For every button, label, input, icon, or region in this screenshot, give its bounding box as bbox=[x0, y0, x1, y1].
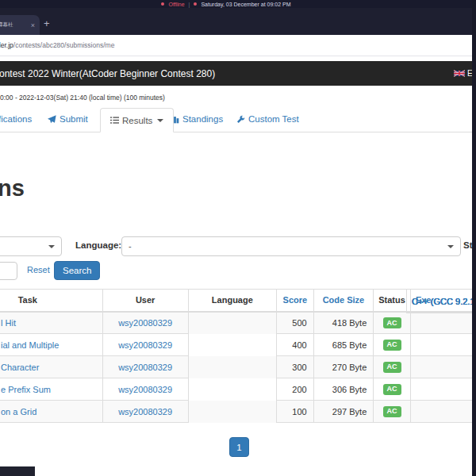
code-size-cell: 418 Byte bbox=[313, 312, 374, 334]
status-cell: AC bbox=[374, 378, 411, 401]
submissions-table: Task User Language Score Code Size Statu… bbox=[0, 289, 476, 423]
task-link[interactable]: Character bbox=[0, 356, 102, 378]
url-bar[interactable]: der.jp/contests/abc280/submissions/me bbox=[0, 35, 476, 56]
offline-dot-icon bbox=[161, 2, 164, 6]
statusbar-datetime: Saturday, 03 December at 09:02 PM bbox=[201, 2, 290, 7]
code-size-cell: 270 Byte bbox=[313, 356, 374, 378]
task-link[interactable]: l Hit bbox=[0, 312, 102, 334]
task-link[interactable]: on a Grid bbox=[0, 401, 102, 423]
browser-tab-bar: 御幣弹幕社 × + bbox=[0, 8, 476, 35]
desktop-edge-strip bbox=[472, 0, 476, 476]
site-header: ontest 2022 Winter(AtCoder Beginner Cont… bbox=[0, 61, 476, 86]
header-score-sort[interactable]: Score bbox=[277, 290, 314, 312]
user-link[interactable]: wsy20080329 bbox=[102, 356, 188, 378]
exec-time-cell bbox=[410, 401, 475, 423]
score-cell: 100 bbox=[277, 401, 314, 423]
list-icon bbox=[110, 116, 119, 125]
pagination-page-1[interactable]: 1 bbox=[229, 437, 249, 457]
header-status: Status bbox=[374, 290, 411, 312]
url-domain: der.jp bbox=[0, 41, 13, 49]
language-filter-label: Language: bbox=[75, 240, 121, 250]
status-badge: AC bbox=[383, 340, 401, 351]
tab-clarifications[interactable]: fications bbox=[0, 114, 32, 124]
tab-results-active[interactable]: Results bbox=[100, 108, 174, 132]
tab-submit-label: Submit bbox=[60, 114, 88, 124]
status-badge: AC bbox=[383, 362, 401, 373]
submissions-table-wrap: Task User Language Score Code Size Statu… bbox=[0, 289, 476, 423]
user-link[interactable]: wsy20080329 bbox=[102, 378, 188, 401]
url-text: der.jp/contests/abc280/submissions/me bbox=[0, 41, 114, 49]
score-cell: 500 bbox=[277, 312, 314, 334]
status-badge: AC bbox=[383, 406, 401, 417]
language-link[interactable]: C++ (GCC 9.2.1) bbox=[406, 289, 476, 313]
table-header-row: Task User Language Score Code Size Statu… bbox=[0, 290, 476, 312]
user-link[interactable]: wsy20080329 bbox=[102, 334, 188, 356]
tab-standings[interactable]: Standings bbox=[171, 114, 223, 124]
language-filter-value: - bbox=[129, 241, 132, 251]
offline-label: Offline bbox=[168, 2, 184, 7]
tab-results-label: Results bbox=[122, 116, 152, 125]
tab-submit[interactable]: Submit bbox=[48, 114, 88, 124]
tab-standings-label: Standings bbox=[182, 114, 223, 124]
chevron-down-icon bbox=[157, 119, 163, 122]
reset-link[interactable]: Reset bbox=[27, 265, 50, 274]
status-cell: AC bbox=[374, 334, 411, 356]
code-size-cell: 306 Byte bbox=[313, 378, 374, 401]
new-tab-button[interactable]: + bbox=[44, 18, 50, 29]
user-link[interactable]: wsy20080329 bbox=[102, 401, 188, 423]
exec-time-cell bbox=[410, 356, 475, 378]
paper-plane-icon bbox=[48, 115, 56, 124]
task-filter-select[interactable] bbox=[0, 236, 62, 256]
task-link[interactable]: e Prefix Sum bbox=[0, 378, 102, 401]
user-filter-input[interactable] bbox=[0, 262, 17, 280]
url-path: /contests/abc280/submissions/me bbox=[13, 41, 115, 49]
status-cell: AC bbox=[374, 401, 411, 423]
page-title: ns bbox=[0, 175, 25, 202]
page-content: ontest 2022 Winter(AtCoder Beginner Cont… bbox=[0, 56, 476, 476]
header-language: Language bbox=[188, 290, 276, 312]
user-link[interactable]: wsy20080329 bbox=[102, 312, 188, 334]
score-cell: 300 bbox=[277, 356, 314, 378]
tab-custom-test[interactable]: Custom Test bbox=[236, 114, 299, 124]
contest-title: ontest 2022 Winter(AtCoder Beginner Cont… bbox=[0, 68, 215, 79]
language-filter-select[interactable]: - bbox=[121, 236, 461, 256]
status-cell: AC bbox=[374, 312, 411, 334]
footer-fragment bbox=[0, 466, 35, 476]
tab-title: 御幣弹幕社 bbox=[0, 21, 29, 29]
tab-close-icon[interactable]: × bbox=[31, 21, 35, 29]
screen: Offline | Saturday, 03 December at 09:02… bbox=[0, 0, 476, 476]
search-button[interactable]: Search bbox=[54, 261, 100, 280]
chevron-down-icon bbox=[447, 245, 454, 248]
contest-nav-tabs: fications Submit Results Standings Custo… bbox=[0, 108, 476, 132]
exec-time-cell bbox=[410, 378, 475, 401]
os-status-bar: Offline | Saturday, 03 December at 09:02… bbox=[0, 0, 476, 8]
header-user: User bbox=[102, 290, 188, 312]
code-size-cell: 685 Byte bbox=[313, 334, 374, 356]
browser-tab[interactable]: 御幣弹幕社 × bbox=[0, 15, 40, 35]
table-row: ial and Multiple wsy20080329 C++ (GCC 9.… bbox=[0, 334, 476, 356]
status-cell: AC bbox=[374, 356, 411, 378]
status-badge: AC bbox=[383, 317, 401, 328]
exec-time-cell bbox=[410, 312, 475, 334]
task-link[interactable]: ial and Multiple bbox=[0, 334, 102, 356]
statusbar-separator: | bbox=[189, 2, 190, 7]
header-task: Task bbox=[0, 290, 102, 312]
chevron-down-icon bbox=[48, 245, 55, 248]
contest-duration: 0:00 - 2022-12-03(Sat) 21:40 (local time… bbox=[0, 94, 165, 102]
header-code-size-sort[interactable]: Code Size bbox=[313, 290, 374, 312]
table-row: on a Grid wsy20080329 C++ (GCC 9.2.1) 10… bbox=[0, 401, 476, 423]
table-row: Character wsy20080329 C++ (GCC 9.2.1) 30… bbox=[0, 356, 476, 378]
table-row: l Hit wsy20080329 C++ (GCC 9.2.1) 500 41… bbox=[0, 312, 476, 334]
uk-flag-icon bbox=[454, 70, 465, 77]
exec-time-cell bbox=[410, 334, 475, 356]
table-row: e Prefix Sum wsy20080329 C++ (GCC 9.2.1)… bbox=[0, 378, 476, 401]
score-cell: 200 bbox=[277, 378, 314, 401]
tab-custom-test-label: Custom Test bbox=[248, 114, 299, 124]
score-cell: 400 bbox=[277, 334, 314, 356]
code-size-cell: 297 Byte bbox=[313, 401, 374, 423]
clock-icon bbox=[194, 2, 197, 6]
status-badge: AC bbox=[383, 384, 401, 395]
wrench-icon bbox=[236, 115, 245, 124]
